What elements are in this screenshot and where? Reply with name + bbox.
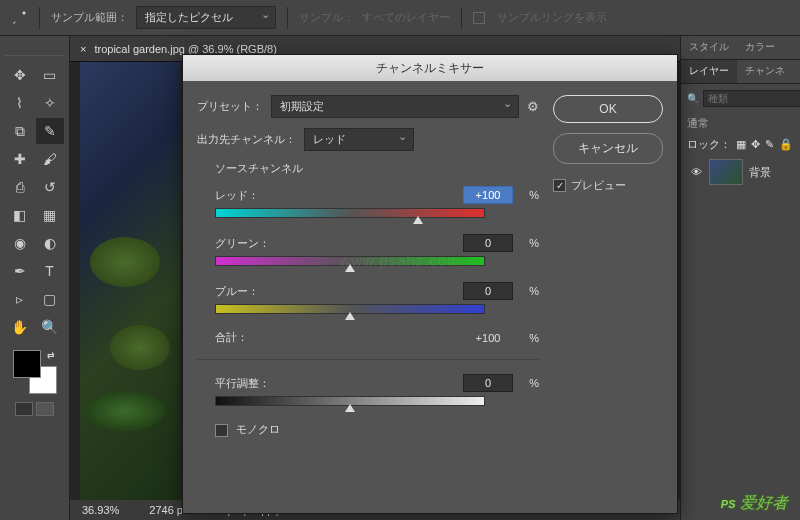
layer-filter-input[interactable] [703,90,800,107]
visibility-icon[interactable]: 👁 [689,166,703,178]
close-tab-icon[interactable]: × [80,43,86,55]
dodge-tool[interactable]: ◐ [36,230,64,256]
tool-panel: ✥ ▭ ⌇ ✧ ⧉ ✎ ✚ 🖌 ⎙ ↺ ◧ ▦ ◉ ◐ ✒ T ▹ ▢ ✋ 🔍 … [0,36,70,520]
fg-color-swatch[interactable] [13,350,41,378]
percent-label: % [519,377,539,389]
zoom-level[interactable]: 36.93% [82,504,119,516]
lock-brush-icon[interactable]: ✎ [765,138,774,151]
preset-label: プリセット： [197,99,263,114]
tab-channels[interactable]: チャンネ [737,60,793,83]
percent-label: % [519,332,539,344]
right-panels: スタイル カラー レイヤー チャンネ 🔍 通常 ロック： ▦ ✥ ✎ 🔒 👁 [680,36,800,520]
move-tool[interactable]: ✥ [6,62,34,88]
constant-slider-track[interactable] [215,396,485,408]
eyedropper-tool[interactable]: ✎ [36,118,64,144]
percent-label: % [519,237,539,249]
percent-label: % [519,285,539,297]
lock-all-icon[interactable]: 🔒 [779,138,793,151]
dialog-title: チャンネルミキサー [183,55,677,81]
sample-value: すべてのレイヤー [362,10,450,25]
tab-layers[interactable]: レイヤー [681,60,737,83]
heal-tool[interactable]: ✚ [6,146,34,172]
canvas[interactable] [80,62,180,500]
preset-value: 初期設定 [280,100,324,112]
hand-tool[interactable]: ✋ [6,314,34,340]
path-tool[interactable]: ▹ [6,286,34,312]
gradient-tool[interactable]: ▦ [36,202,64,228]
sample-label: サンプル： [299,10,354,25]
marquee-tool[interactable]: ▭ [36,62,64,88]
tab-color[interactable]: カラー [737,36,783,59]
green-slider-label: グリーン： [215,236,295,251]
color-swatches[interactable]: ⇄ [13,350,57,394]
lasso-tool[interactable]: ⌇ [6,90,34,116]
layer-thumbnail[interactable] [709,159,743,185]
ring-label: サンプルリングを表示 [497,10,607,25]
wand-tool[interactable]: ✧ [36,90,64,116]
tab-style[interactable]: スタイル [681,36,737,59]
blue-slider-thumb[interactable] [345,312,355,320]
green-slider-thumb[interactable] [345,264,355,272]
history-brush-tool[interactable]: ↺ [36,174,64,200]
green-slider-track[interactable] [215,256,485,268]
options-bar: サンプル範囲： 指定したピクセル サンプル： すべてのレイヤー サンプルリングを… [0,0,800,36]
total-label: 合計： [215,330,295,345]
constant-slider-thumb[interactable] [345,404,355,412]
layer-name[interactable]: 背景 [749,165,771,180]
divider [197,359,539,360]
source-channel-title: ソースチャンネル [215,161,539,176]
sample-range-select[interactable]: 指定したピクセル [136,6,276,29]
lock-pixels-icon[interactable]: ▦ [736,138,746,151]
sample-range-value: 指定したピクセル [145,11,233,23]
red-slider-thumb[interactable] [413,216,423,224]
output-channel-value: レッド [313,133,346,145]
screenmode-icon[interactable] [36,402,54,416]
shape-tool[interactable]: ▢ [36,286,64,312]
blue-value-input[interactable] [463,282,513,300]
constant-value-input[interactable] [463,374,513,392]
red-slider-track[interactable] [215,208,485,220]
ok-button[interactable]: OK [553,95,663,123]
monochrome-label: モノクロ [236,423,280,435]
gear-icon[interactable]: ⚙ [527,99,539,114]
percent-label: % [519,189,539,201]
preview-checkbox[interactable] [553,179,566,192]
separator [461,7,462,29]
total-value: +100 [463,332,513,344]
monochrome-checkbox[interactable] [215,424,228,437]
eraser-tool[interactable]: ◧ [6,202,34,228]
blue-slider-label: ブルー： [215,284,295,299]
eyedropper-icon [10,9,28,27]
ring-checkbox[interactable] [473,12,485,24]
red-value-input[interactable] [463,186,513,204]
search-icon[interactable]: 🔍 [687,93,699,104]
brush-tool[interactable]: 🖌 [36,146,64,172]
channel-mixer-dialog: チャンネルミキサー プリセット： 初期設定 ⚙ 出力先チャンネル： レッド ソー… [182,54,678,514]
blue-slider-track[interactable] [215,304,485,316]
document-title: tropical garden.jpg @ 36.9% (RGB/8) [94,43,276,55]
green-value-input[interactable] [463,234,513,252]
quickmask-icon[interactable] [15,402,33,416]
sample-range-label: サンプル範囲： [51,10,128,25]
separator [287,7,288,29]
separator [39,7,40,29]
output-channel-select[interactable]: レッド [304,128,414,151]
stamp-tool[interactable]: ⎙ [6,174,34,200]
crop-tool[interactable]: ⧉ [6,118,34,144]
preview-label: プレビュー [571,178,626,193]
preset-select[interactable]: 初期設定 [271,95,519,118]
type-tool[interactable]: T [36,258,64,284]
lock-label: ロック： [687,137,731,152]
constant-slider-label: 平行調整： [215,376,295,391]
blur-tool[interactable]: ◉ [6,230,34,256]
tool-header [5,44,65,56]
lock-position-icon[interactable]: ✥ [751,138,760,151]
swap-colors-icon[interactable]: ⇄ [47,350,55,360]
lock-row: ロック： ▦ ✥ ✎ 🔒 [687,134,794,155]
pen-tool[interactable]: ✒ [6,258,34,284]
red-slider-label: レッド： [215,188,295,203]
zoom-tool[interactable]: 🔍 [36,314,64,340]
cancel-button[interactable]: キャンセル [553,133,663,164]
blend-mode[interactable]: 通常 [687,113,794,134]
layer-row-bg[interactable]: 👁 背景 [687,155,794,189]
